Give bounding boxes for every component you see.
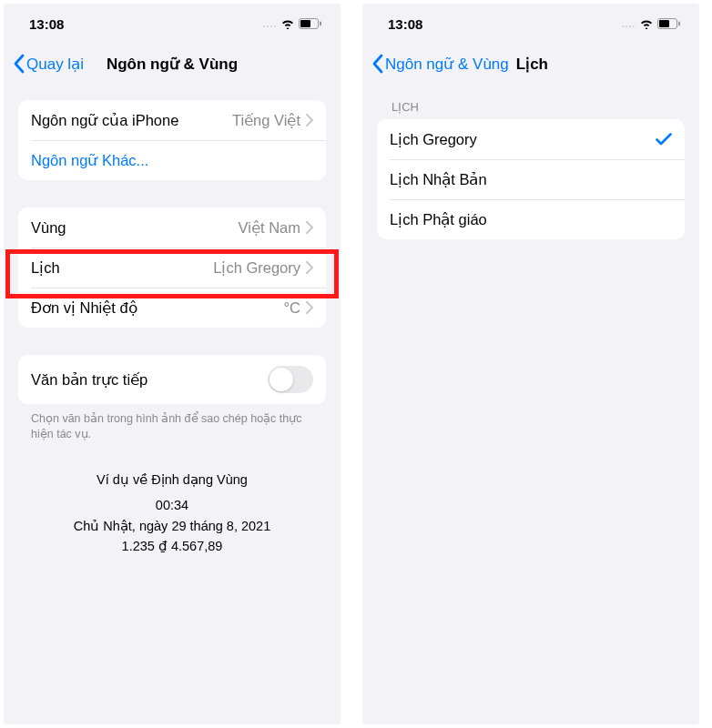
phone-left: 13:08 .... Quay lại Ngôn ngữ & Vùng Ngôn…: [4, 4, 341, 724]
section-live-text: Văn bản trực tiếp: [18, 355, 326, 404]
nav-bar: Quay lại Ngôn ngữ & Vùng: [4, 44, 341, 84]
row-label: Lịch: [31, 259, 213, 277]
back-button[interactable]: Ngôn ngữ & Vùng: [371, 54, 509, 74]
nav-title: Ngôn ngữ & Vùng: [107, 55, 238, 74]
wifi-icon: [639, 18, 654, 29]
status-time: 13:08: [29, 16, 64, 32]
row-temperature[interactable]: Đơn vị Nhiệt độ °C: [18, 288, 326, 328]
status-right: ....: [263, 18, 322, 29]
example-numbers: 1.235 ₫ 4.567,89: [4, 536, 341, 556]
section-region: Vùng Việt Nam Lịch Lịch Gregory Đơn vị N…: [18, 207, 326, 328]
back-button[interactable]: Quay lại: [13, 54, 84, 74]
status-bar: 13:08 ....: [4, 4, 341, 44]
battery-icon: [657, 18, 681, 29]
row-label: Ngôn ngữ của iPhone: [31, 112, 232, 129]
chevron-right-icon: [306, 261, 313, 274]
chevron-right-icon: [306, 301, 313, 314]
svg-rect-1: [300, 20, 310, 27]
svg-rect-2: [320, 22, 321, 26]
battery-icon: [299, 18, 322, 29]
chevron-left-icon: [371, 54, 383, 74]
example-time: 00:34: [4, 495, 341, 515]
row-label: Lịch Phật giáo: [390, 211, 672, 228]
checkmark-icon: [656, 133, 672, 146]
row-value: °C: [283, 299, 300, 317]
row-value: Lịch Gregory: [213, 259, 300, 277]
chevron-right-icon: [306, 221, 313, 234]
status-time: 13:08: [388, 16, 422, 32]
option-japanese[interactable]: Lịch Nhật Bản: [377, 159, 685, 199]
toggle-knob: [270, 368, 293, 391]
chevron-left-icon: [13, 54, 25, 74]
row-label: Ngôn ngữ Khác...: [31, 152, 313, 169]
wifi-icon: [280, 18, 295, 29]
row-value: Tiếng Việt: [232, 112, 300, 129]
nav-bar: Ngôn ngữ & Vùng Lịch: [362, 44, 699, 84]
footer-note: Chọn văn bản trong hình ảnh để sao chép …: [4, 411, 341, 442]
row-label: Vùng: [31, 219, 239, 237]
content: LỊCH Lịch Gregory Lịch Nhật Bản Lịch Phậ…: [362, 84, 699, 254]
row-live-text[interactable]: Văn bản trực tiếp: [18, 355, 326, 404]
svg-rect-5: [678, 22, 680, 26]
cellular-dots: ....: [622, 19, 636, 29]
status-bar: 13:08 ....: [362, 4, 699, 44]
section-calendar-options: Lịch Gregory Lịch Nhật Bản Lịch Phật giá…: [377, 119, 685, 239]
cellular-dots: ....: [263, 19, 277, 29]
row-label: Lịch Gregory: [390, 131, 656, 148]
row-iphone-language[interactable]: Ngôn ngữ của iPhone Tiếng Việt: [18, 100, 326, 140]
row-label: Văn bản trực tiếp: [31, 371, 268, 389]
row-label: Đơn vị Nhiệt độ: [31, 299, 283, 317]
section-language: Ngôn ngữ của iPhone Tiếng Việt Ngôn ngữ …: [18, 100, 326, 180]
svg-rect-4: [659, 20, 669, 27]
status-right: ....: [622, 18, 681, 29]
row-other-language[interactable]: Ngôn ngữ Khác...: [18, 140, 326, 180]
example-date: Chủ Nhật, ngày 29 tháng 8, 2021: [4, 516, 341, 536]
chevron-right-icon: [306, 114, 313, 126]
region-format-example: Ví dụ về Định dạng Vùng 00:34 Chủ Nhật, …: [4, 470, 341, 557]
back-label: Ngôn ngữ & Vùng: [385, 55, 509, 74]
section-header: LỊCH: [362, 100, 699, 119]
example-title: Ví dụ về Định dạng Vùng: [4, 470, 341, 490]
back-label: Quay lại: [26, 55, 84, 74]
phone-right: 13:08 .... Ngôn ngữ & Vùng Lịch LỊCH Lịc…: [362, 4, 699, 724]
nav-title: Lịch: [516, 55, 548, 74]
option-buddhist[interactable]: Lịch Phật giáo: [377, 199, 685, 239]
content: Ngôn ngữ của iPhone Tiếng Việt Ngôn ngữ …: [4, 84, 341, 557]
row-value: Việt Nam: [239, 219, 300, 237]
row-region[interactable]: Vùng Việt Nam: [18, 207, 326, 248]
row-calendar[interactable]: Lịch Lịch Gregory: [18, 248, 326, 288]
toggle-live-text[interactable]: [268, 366, 313, 393]
row-label: Lịch Nhật Bản: [390, 171, 672, 188]
option-gregorian[interactable]: Lịch Gregory: [377, 119, 685, 159]
